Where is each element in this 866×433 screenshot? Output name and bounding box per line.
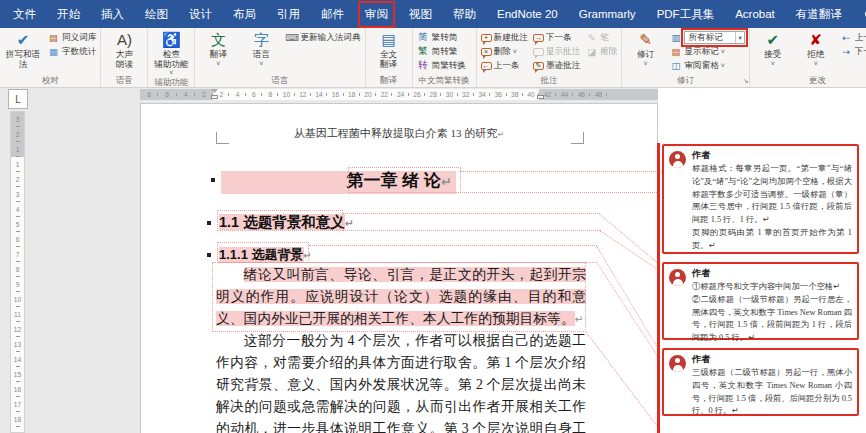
- ime-dictionary-icon: ⌨: [285, 32, 298, 43]
- menu-tab-13[interactable]: PDF工具集: [653, 4, 719, 25]
- ribbon-group-label: 修订↘: [624, 74, 746, 87]
- previous-comment-button[interactable]: ←上一条: [479, 59, 530, 72]
- all-markup-button[interactable]: ▥所有标记▾: [667, 31, 746, 44]
- simplified-to-traditional-icon: 繁: [417, 45, 430, 58]
- traditional-to-simplified-icon: 简: [417, 31, 430, 44]
- previous-change-button[interactable]: ⇠上一处: [838, 31, 866, 44]
- button-label: 显示批注: [546, 46, 580, 58]
- delete-comment-button[interactable]: ×删除˅: [479, 45, 530, 58]
- ruler-number: 8: [262, 89, 278, 100]
- menu-tab-15[interactable]: 有道翻译: [792, 4, 846, 25]
- track-changes-button[interactable]: ✎修订˅: [624, 29, 666, 67]
- accept-button[interactable]: ✔接受˅: [752, 29, 794, 67]
- next-change-button[interactable]: ⇢下一处: [838, 45, 866, 58]
- button-label: 删除: [494, 46, 511, 58]
- comment-card-0[interactable]: 作者标题格式：每章另起一页。“第一章”与“绪论”及“绪”与“论”之间均加两个空格…: [662, 144, 859, 254]
- ribbon-group-label-text: 中文简繁转换: [419, 75, 470, 85]
- menu-tab-11[interactable]: EndNote 20: [493, 5, 562, 23]
- comment-text: 三级标题（二级节标题）另起一行，黑体小四号，英文和数字 Times New Ro…: [692, 367, 852, 418]
- accessibility-button[interactable]: ♿检查 辅助功能˅: [150, 29, 192, 76]
- spellcheck-button[interactable]: ✔拼写和语法: [2, 29, 44, 69]
- menu-tab-8[interactable]: 审阅: [361, 4, 392, 25]
- full-translate-button[interactable]: ▤全文 翻译: [368, 29, 410, 69]
- ime-dictionary-button[interactable]: ⌨更新输入法词典: [283, 31, 362, 44]
- menu-tab-10[interactable]: 帮助: [449, 4, 480, 25]
- thesaurus-icon: ▤: [47, 32, 60, 43]
- menu-tab-14[interactable]: Acrobat: [731, 5, 779, 23]
- menu-tab-5[interactable]: 布局: [229, 4, 260, 25]
- ruler-number: 20: [360, 89, 376, 100]
- read-aloud-button[interactable]: A)大声 朗读: [103, 29, 145, 69]
- tab-stop-selector[interactable]: L: [8, 89, 28, 109]
- menu-tab-2[interactable]: 插入: [97, 4, 128, 25]
- ruler-number: 34: [474, 89, 490, 100]
- document-workspace: 3211234567891011121314151617181920 从基因工程…: [0, 101, 866, 433]
- comment-author-icon: [669, 269, 686, 286]
- comment-card-2[interactable]: 作者三级标题（二级节标题）另起一行，黑体小四号，英文和数字 Times New …: [662, 348, 859, 416]
- header-boundary-bracket-right: [571, 132, 584, 144]
- button-label: 拼写和语法: [3, 50, 43, 69]
- ruler-number: 36: [490, 89, 506, 100]
- menu-tab-9[interactable]: 视图: [405, 4, 436, 25]
- chevron-down-icon: ˅: [814, 61, 818, 67]
- ribbon-group-6: +新建批注×删除˅←上一条→下一条显示批注✎墨迹批注✎笔◪擦除批注: [477, 28, 623, 87]
- ruler-segment: 321: [11, 112, 24, 157]
- button-label: 拒绝: [807, 50, 824, 60]
- comment-author: 作者: [692, 267, 853, 280]
- new-comment-button[interactable]: +新建批注: [479, 31, 530, 44]
- language-button[interactable]: 字语言˅: [240, 29, 282, 67]
- ruler-number: 2: [11, 127, 24, 142]
- menu-tab-0[interactable]: 文件: [9, 4, 40, 25]
- previous-comment-icon: ←: [481, 62, 492, 70]
- menu-tab-7[interactable]: 邮件: [317, 4, 348, 25]
- ruler-number: 8: [11, 262, 24, 277]
- ruler-number: 19: [11, 427, 24, 433]
- paragraph-mark: ↵: [345, 217, 354, 230]
- ruler-number: 5: [11, 217, 24, 232]
- button-label: 接受: [764, 50, 781, 60]
- next-comment-button[interactable]: →下一条: [531, 31, 582, 44]
- dialog-launcher-icon[interactable]: ↘: [743, 75, 749, 87]
- right-indent-marker[interactable]: [537, 95, 544, 99]
- translate-button[interactable]: 文翻译˅: [197, 29, 239, 67]
- traditional-to-simplified-button[interactable]: 简繁转简: [415, 31, 468, 44]
- reviewing-pane-button[interactable]: ◫审阅窗格˅: [667, 59, 746, 72]
- ruler-number: 10: [11, 292, 24, 307]
- accessibility-icon: ♿: [162, 31, 181, 48]
- ribbon-group-2: ♿检查 辅助功能˅辅助功能: [148, 28, 195, 87]
- ruler-number: 38: [507, 89, 523, 100]
- read-aloud-icon: A): [117, 31, 132, 48]
- accept-icon: ✔: [766, 31, 779, 48]
- spellcheck-icon: ✔: [17, 31, 30, 48]
- menu-tab-12[interactable]: Grammarly: [575, 5, 640, 23]
- button-label: 繁转简: [432, 32, 458, 44]
- left-indent-marker[interactable]: [211, 95, 218, 99]
- comment-connector-line: [460, 171, 662, 172]
- menu-tab-4[interactable]: 设计: [185, 4, 216, 25]
- show-markup-button[interactable]: ▤显示标记˅: [667, 45, 746, 58]
- ribbon-group-label: 校对: [2, 74, 98, 87]
- comment-range-line: [343, 230, 600, 231]
- simplified-traditional-convert-button[interactable]: 转简繁转换: [415, 59, 468, 72]
- ribbon-group-label-text: 辅助功能: [154, 77, 188, 87]
- button-label: 擦除: [600, 46, 617, 58]
- ruler-number: 6: [11, 232, 24, 247]
- ribbon-group-label: 批注: [479, 74, 620, 87]
- menu-tab-1[interactable]: 开始: [53, 4, 84, 25]
- all-markup-dropdown[interactable]: 所有标记▾: [684, 31, 744, 44]
- word-app-window: 文件开始插入绘图设计布局引用邮件审阅视图帮助EndNote 20Grammarl…: [0, 0, 866, 433]
- menu-tab-6[interactable]: 引用: [273, 4, 304, 25]
- ink-comment-button[interactable]: ✎墨迹批注: [531, 59, 582, 72]
- ruler-number: 12: [11, 322, 24, 337]
- outline-bullet: [207, 221, 211, 225]
- ribbon-group-0: ✔拼写和语法▤同义词库▦字数统计校对: [0, 28, 101, 87]
- reject-button[interactable]: ✘拒绝˅: [795, 29, 837, 67]
- translate-icon: 文: [211, 31, 226, 48]
- simplified-to-traditional-button[interactable]: 繁简转繁: [415, 45, 468, 58]
- ruler-number: 17: [11, 397, 24, 412]
- comment-card-1[interactable]: 作者①标题序号和文字内容中间加一个空格↵ ②二级标题（一级节标题）另起一行居左，…: [662, 262, 859, 340]
- comment-author: 作者: [692, 149, 853, 162]
- menu-tab-3[interactable]: 绘图: [141, 4, 172, 25]
- thesaurus-button[interactable]: ▤同义词库: [45, 31, 98, 44]
- word-count-button[interactable]: ▦字数统计: [45, 45, 98, 58]
